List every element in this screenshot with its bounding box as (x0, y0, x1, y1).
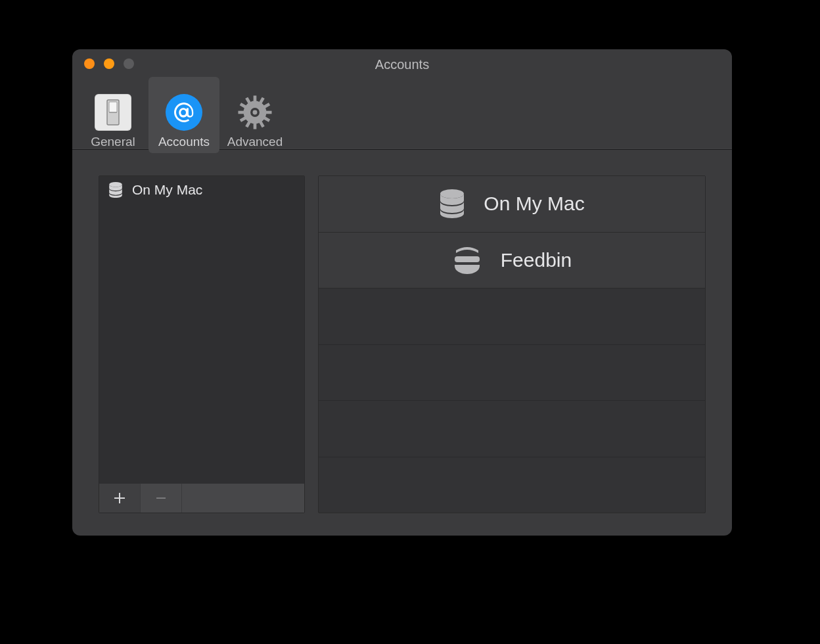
tab-advanced[interactable]: Advanced (219, 77, 290, 153)
account-type-label: On My Mac (484, 193, 584, 215)
svg-rect-5 (254, 123, 257, 129)
accounts-sidebar: On My Mac (99, 175, 305, 513)
svg-point-19 (440, 189, 464, 198)
account-type-row-empty (319, 401, 705, 457)
tab-accounts[interactable]: Accounts (148, 77, 219, 153)
preferences-toolbar: General Accounts (78, 77, 290, 153)
switch-icon (95, 91, 131, 133)
account-type-row[interactable]: Feedbin (319, 233, 705, 289)
content-area: On My Mac (72, 149, 732, 536)
svg-point-17 (253, 110, 258, 115)
accounts-list[interactable]: On My Mac (99, 176, 304, 484)
svg-rect-20 (455, 256, 480, 262)
tab-label: Advanced (227, 135, 283, 149)
tab-label: Accounts (158, 135, 210, 149)
account-type-row-empty (319, 288, 705, 345)
titlebar: Accounts General (72, 49, 732, 150)
feedbin-icon (452, 246, 482, 274)
database-icon (439, 189, 465, 218)
at-icon (166, 91, 202, 133)
accounts-list-item-label: On My Mac (132, 182, 202, 198)
gear-icon (236, 91, 274, 133)
svg-rect-7 (265, 111, 271, 114)
tab-label: General (91, 135, 135, 149)
account-types-list: On My Mac Feedbin (318, 175, 706, 513)
account-type-label: Feedbin (501, 249, 572, 271)
account-type-row-empty (319, 457, 705, 513)
svg-point-18 (109, 182, 122, 187)
window-title: Accounts (72, 57, 732, 72)
svg-rect-6 (238, 111, 244, 114)
accounts-list-item[interactable]: On My Mac (99, 176, 304, 204)
svg-rect-1 (109, 102, 117, 112)
tab-general[interactable]: General (78, 77, 148, 153)
svg-rect-4 (254, 95, 257, 101)
remove-account-button[interactable] (141, 484, 182, 513)
accounts-list-footer (99, 484, 304, 513)
account-type-row[interactable]: On My Mac (319, 176, 705, 233)
preferences-window: Accounts General (72, 49, 732, 536)
database-icon (108, 182, 123, 198)
add-account-button[interactable] (99, 484, 141, 513)
account-type-row-empty (319, 345, 705, 402)
